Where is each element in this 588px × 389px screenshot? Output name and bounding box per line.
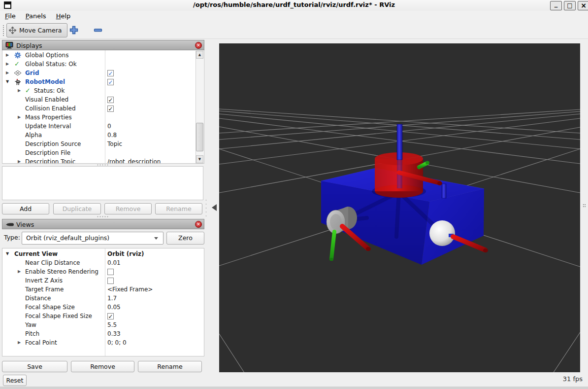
property-value[interactable]: <Fixed Frame>	[107, 285, 153, 294]
property-value[interactable]: Topic	[107, 140, 122, 148]
row-grid-display[interactable]: ▶ Grid ✓	[2, 69, 204, 77]
row-focal-shape-size[interactable]: Focal Shape Size 0.05	[2, 303, 204, 312]
horizontal-splitter-handle[interactable]	[97, 216, 109, 217]
maximize-button[interactable]: □	[564, 1, 576, 10]
displays-close-button[interactable]: ✕	[195, 42, 202, 49]
property-value[interactable]: 0.01	[107, 258, 121, 267]
close-x-icon: ✕	[196, 43, 200, 48]
toolbar-drag-handle[interactable]	[2, 25, 5, 36]
row-robot-status[interactable]: ▶ ✓ Status: Ok	[2, 86, 204, 95]
expand-down-icon[interactable]: ▼	[4, 249, 10, 258]
displays-scrollbar[interactable]: ▲ ▼	[196, 51, 203, 163]
close-window-button[interactable]: ×	[578, 1, 588, 10]
row-collision-enabled[interactable]: Collision Enabled ✓	[2, 104, 204, 113]
expand-right-icon[interactable]: ▶	[16, 338, 22, 347]
expand-right-icon[interactable]: ▶	[16, 86, 22, 95]
checkmark-icon: ✓	[108, 78, 113, 87]
rename-display-button[interactable]: Rename	[155, 203, 202, 214]
robotmodel-enabled-checkbox[interactable]: ✓	[107, 79, 114, 85]
row-global-options[interactable]: ▶ Global Options	[2, 51, 204, 60]
add-tool-button[interactable]	[66, 23, 81, 37]
move-camera-tool-button[interactable]: Move Camera	[6, 23, 67, 37]
property-value[interactable]: 0.8	[107, 131, 117, 140]
scrollbar-thumb[interactable]	[196, 123, 203, 151]
row-update-interval[interactable]: Update Interval 0	[2, 122, 204, 131]
panel-splitter-handle[interactable]	[205, 198, 207, 219]
3d-viewport[interactable]	[219, 43, 580, 372]
row-distance[interactable]: Distance 1.7	[2, 294, 204, 303]
property-value[interactable]: 0	[107, 122, 111, 131]
row-description-source[interactable]: Description Source Topic	[2, 140, 204, 148]
row-yaw[interactable]: Yaw 5.5	[2, 320, 204, 329]
menu-help[interactable]: Help	[51, 11, 76, 22]
maximize-icon: □	[567, 2, 572, 9]
plus-icon	[69, 26, 78, 35]
expand-right-icon[interactable]: ▶	[4, 51, 10, 60]
focal-shape-fixed-checkbox[interactable]: ✓	[107, 313, 114, 319]
zero-button[interactable]: Zero	[166, 232, 204, 245]
remove-tool-button[interactable]	[91, 23, 105, 37]
displays-tree[interactable]: ▶ Global Options ▶ ✓ Global Status: Ok ▶…	[2, 50, 204, 164]
expand-right-icon[interactable]: ▶	[4, 69, 10, 77]
expand-right-icon[interactable]: ▶	[4, 60, 10, 69]
window-bottom-edge	[0, 387, 588, 389]
right-splitter-handle[interactable]	[583, 204, 586, 208]
row-visual-enabled[interactable]: Visual Enabled ✓	[2, 95, 204, 104]
expand-down-icon[interactable]: ▼	[4, 77, 10, 86]
row-pitch[interactable]: Pitch 0.33	[2, 329, 204, 338]
row-focal-point[interactable]: ▶ Focal Point 0; 0; 0	[2, 338, 204, 347]
remove-view-button[interactable]: Remove	[71, 361, 134, 372]
view-type-value: Orbit (rviz_default_plugins)	[26, 234, 109, 242]
row-focal-shape-fixed[interactable]: Focal Shape Fixed Size ✓	[2, 312, 204, 320]
horizontal-splitter-handle[interactable]	[97, 164, 109, 166]
property-value[interactable]: 0.33	[107, 329, 121, 338]
checkmark-icon: ✓	[108, 312, 113, 321]
displays-panel-header[interactable]: Displays ✕	[2, 40, 204, 50]
reset-button[interactable]: Reset	[3, 375, 27, 386]
3d-scene	[219, 43, 580, 372]
row-robotmodel-display[interactable]: ▼ RobotModel ✓	[2, 77, 204, 86]
save-view-button[interactable]: Save	[2, 361, 67, 372]
row-target-frame[interactable]: Target Frame <Fixed Frame>	[2, 285, 204, 294]
row-alpha[interactable]: Alpha 0.8	[2, 131, 204, 140]
stereo-rendering-checkbox[interactable]	[107, 269, 114, 275]
checkmark-icon: ✓	[108, 105, 113, 113]
row-mass-properties[interactable]: ▶ Mass Properties	[2, 113, 204, 122]
grid-enabled-checkbox[interactable]: ✓	[107, 70, 114, 76]
property-value[interactable]: 0.05	[107, 303, 121, 312]
row-current-view[interactable]: ▼ Current View Orbit (rviz)	[2, 249, 204, 258]
views-close-button[interactable]: ✕	[195, 221, 202, 228]
row-invert-z[interactable]: Invert Z Axis	[2, 276, 204, 285]
views-tree[interactable]: ▼ Current View Orbit (rviz) Near Clip Di…	[2, 248, 204, 356]
row-global-status[interactable]: ▶ ✓ Global Status: Ok	[2, 60, 204, 69]
row-description-topic[interactable]: ▶ Description Topic /robot_description	[2, 157, 204, 164]
add-display-button[interactable]: Add	[2, 203, 49, 214]
invert-z-checkbox[interactable]	[107, 278, 114, 284]
duplicate-display-button[interactable]: Duplicate	[53, 203, 101, 214]
chevron-down-icon	[154, 237, 158, 240]
property-value[interactable]: 5.5	[107, 320, 117, 329]
scroll-up-icon[interactable]: ▲	[196, 51, 203, 59]
expand-right-icon[interactable]: ▶	[16, 113, 22, 122]
visual-enabled-checkbox[interactable]: ✓	[107, 97, 114, 103]
menu-file[interactable]: File	[0, 11, 21, 22]
row-near-clip[interactable]: Near Clip Distance 0.01	[2, 258, 204, 267]
display-description-box[interactable]	[2, 166, 203, 200]
property-value[interactable]: 1.7	[107, 294, 117, 303]
menu-bar: File Panels Help	[0, 11, 588, 22]
menu-panels[interactable]: Panels	[21, 11, 51, 22]
row-stereo-rendering[interactable]: ▶ Enable Stereo Rendering	[2, 267, 204, 276]
property-value[interactable]: 0; 0; 0	[107, 338, 127, 347]
collision-enabled-checkbox[interactable]: ✓	[107, 106, 114, 112]
property-value[interactable]: /robot_description	[107, 157, 161, 164]
expand-right-icon[interactable]: ▶	[16, 157, 22, 164]
expand-right-icon[interactable]: ▶	[16, 267, 22, 276]
remove-display-button[interactable]: Remove	[104, 203, 152, 214]
collapse-panel-arrow-icon[interactable]	[212, 204, 217, 211]
scroll-down-icon[interactable]: ▼	[196, 155, 203, 163]
row-description-file[interactable]: Description File	[2, 148, 204, 157]
view-type-dropdown[interactable]: Orbit (rviz_default_plugins)	[22, 232, 163, 245]
views-panel-header[interactable]: Views ✕	[2, 219, 204, 229]
rename-view-button[interactable]: Rename	[138, 361, 202, 372]
minimize-button[interactable]: _	[550, 1, 562, 10]
